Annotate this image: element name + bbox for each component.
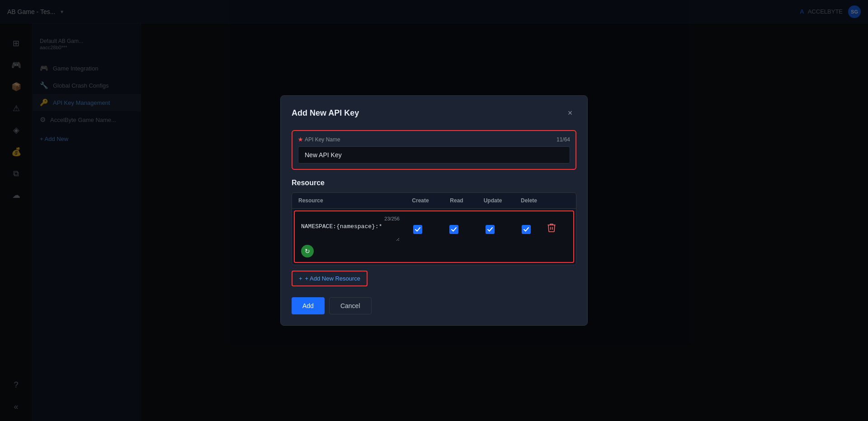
modal-dialog: Add New API Key × ★ API Key Name 11/64 R… [280,95,588,326]
modal-title: Add New API Key [292,108,359,118]
resource-counter: 23/256 [301,216,400,221]
api-key-name-counter: 11/64 [557,136,570,143]
field-label-row: ★ API Key Name 11/64 [298,136,570,143]
add-resource-label: + Add New Resource [305,275,360,282]
modal-footer: Add Cancel [292,297,576,314]
update-checkbox[interactable] [486,225,495,234]
col-header-create: Create [402,197,439,204]
resource-name-input[interactable]: NAMESPACE:{namespace}:* [301,223,400,241]
cancel-button[interactable]: Cancel [329,297,372,314]
modal-close-button[interactable]: × [564,107,576,119]
required-star: ★ [298,136,303,143]
refresh-icon[interactable]: ↻ [301,245,314,257]
resource-row-wrapper: 23/256 NAMESPACE:{namespace}:* ↻ [294,210,574,263]
col-header-actions [547,197,570,204]
resource-table-header: Resource Create Read Update Delete [292,193,576,209]
field-label-text: ★ API Key Name [298,136,340,143]
api-key-name-label: API Key Name [305,136,340,143]
add-resource-button[interactable]: + + Add New Resource [292,271,367,285]
resource-delete-cell [508,216,544,234]
api-key-name-section: ★ API Key Name 11/64 [292,130,576,170]
resource-table: Resource Create Read Update Delete 23/25… [292,192,576,265]
read-checkbox[interactable] [449,225,458,234]
col-header-read: Read [439,197,475,204]
add-button[interactable]: Add [292,297,325,314]
add-resource-plus-icon: + [299,275,302,282]
col-header-delete: Delete [511,197,547,204]
col-header-update: Update [475,197,511,204]
modal-overlay: Add New API Key × ★ API Key Name 11/64 R… [0,0,868,421]
col-header-resource: Resource [298,197,402,204]
delete-checkbox[interactable] [522,225,531,234]
resource-table-row: 23/256 NAMESPACE:{namespace}:* ↻ [295,211,573,262]
resource-section: Resource Resource Create Read Update Del… [292,179,576,286]
resource-section-title: Resource [292,179,576,187]
resource-update-cell [472,216,508,234]
resource-name-cell: 23/256 NAMESPACE:{namespace}:* ↻ [301,216,400,257]
create-checkbox[interactable] [413,225,422,234]
resource-create-cell [400,216,436,234]
modal-header: Add New API Key × [292,107,576,119]
api-key-name-input[interactable] [298,146,570,164]
delete-row-button[interactable] [544,216,559,230]
resource-read-cell [436,216,472,234]
add-resource-btn-wrapper: + + Add New Resource [292,271,368,286]
